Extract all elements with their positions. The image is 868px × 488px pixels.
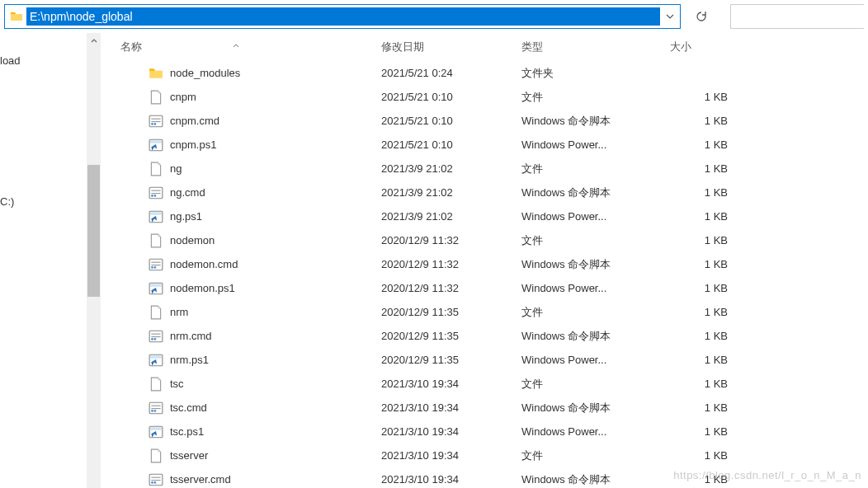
svg-rect-1: [151, 118, 160, 119]
file-date: 2020/12/9 11:32: [381, 282, 521, 294]
file-date: 2020/12/9 11:32: [381, 258, 521, 270]
file-type: Windows 命令脚本: [521, 472, 670, 487]
file-row[interactable]: nodemon.ps12020/12/9 11:32Windows Power.…: [117, 276, 868, 300]
sidebar-item[interactable]: [0, 82, 101, 92]
file-date: 2021/3/10 19:34: [381, 473, 521, 486]
file-date: 2021/3/9 21:02: [381, 186, 521, 199]
svg-rect-34: [150, 427, 162, 429]
header-name-label: 名称: [120, 40, 142, 53]
file-size: 1 KB: [670, 258, 744, 270]
file-row[interactable]: tsc2021/3/10 19:34文件1 KB: [117, 372, 868, 396]
file-date: 2021/3/10 19:34: [381, 449, 521, 462]
ps1-icon: [149, 425, 163, 439]
svg-rect-2: [151, 121, 160, 122]
file-name: tsc.ps1: [170, 425, 204, 438]
address-path[interactable]: E:\npm\node_global: [26, 7, 660, 26]
sidebar-item[interactable]: [0, 141, 101, 151]
sidebar-item[interactable]: [0, 161, 101, 171]
file-name: cnpm: [170, 91, 196, 103]
file-size: 1 KB: [670, 282, 744, 294]
sidebar-item[interactable]: [0, 151, 101, 161]
svg-rect-16: [151, 265, 160, 265]
file-type: 文件: [521, 233, 670, 248]
file-row[interactable]: nodemon2020/12/9 11:32文件1 KB: [117, 228, 868, 252]
file-row[interactable]: cnpm2021/5/21 0:10文件1 KB: [117, 85, 868, 109]
file-row[interactable]: nrm2020/12/9 11:35文件1 KB: [117, 300, 868, 324]
svg-rect-13: [150, 212, 162, 214]
file-name: nodemon.ps1: [170, 282, 235, 294]
file-row[interactable]: nodemon.cmd2020/12/9 11:32Windows 命令脚本1 …: [117, 252, 868, 276]
file-type: Windows Power...: [521, 425, 670, 438]
file-row[interactable]: cnpm.ps12021/5/21 0:10Windows Power...1 …: [117, 133, 868, 157]
sidebar-item[interactable]: [0, 101, 101, 111]
sidebar-item[interactable]: [0, 121, 101, 131]
sidebar-item[interactable]: [0, 181, 101, 190]
svg-point-39: [154, 481, 157, 484]
file-name: nrm.ps1: [170, 354, 209, 366]
ps1-icon: [149, 138, 163, 152]
sidebar: loadC:): [0, 33, 101, 488]
scroll-up-icon[interactable]: [87, 33, 101, 47]
file-size: 1 KB: [670, 186, 744, 199]
file-row[interactable]: tsserver2021/3/10 19:34文件1 KB: [117, 443, 868, 467]
file-size: 1 KB: [670, 378, 744, 390]
file-date: 2020/12/9 11:35: [381, 354, 521, 366]
sort-indicator-icon: [233, 41, 239, 50]
file-type: Windows 命令脚本: [521, 401, 670, 415]
file-name: ng.cmd: [170, 186, 205, 199]
column-headers: 名称 修改日期 类型 大小: [117, 33, 868, 61]
scrollbar-thumb[interactable]: [87, 165, 100, 297]
file-row[interactable]: ng2021/3/9 21:02文件1 KB: [117, 157, 868, 181]
sidebar-item[interactable]: [0, 111, 101, 121]
sidebar-item[interactable]: [0, 131, 101, 141]
file-size: 1 KB: [670, 138, 744, 151]
file-type: Windows 命令脚本: [521, 185, 670, 200]
svg-rect-30: [151, 408, 160, 409]
file-name: tsserver: [170, 449, 208, 462]
svg-point-25: [154, 338, 157, 340]
header-size[interactable]: 大小: [670, 40, 744, 54]
file-row[interactable]: ng.ps12021/3/9 21:02Windows Power...1 KB: [117, 204, 868, 228]
svg-point-38: [151, 481, 153, 484]
sidebar-item[interactable]: [0, 72, 101, 82]
file-date: 2021/3/9 21:02: [381, 210, 521, 223]
svg-point-3: [151, 123, 153, 125]
file-date: 2021/5/21 0:10: [381, 115, 521, 127]
svg-rect-29: [151, 405, 160, 406]
file-row[interactable]: nrm.ps12020/12/9 11:35Windows Power...1 …: [117, 348, 868, 372]
top-bar: E:\npm\node_global: [0, 0, 868, 33]
file-date: 2020/12/9 11:35: [381, 306, 521, 318]
file-icon: [149, 90, 163, 105]
file-date: 2021/5/21 0:10: [381, 138, 521, 151]
file-row[interactable]: ng.cmd2021/3/9 21:02Windows 命令脚本1 KB: [117, 181, 868, 204]
sidebar-item[interactable]: [0, 92, 101, 101]
main-area: loadC:) 名称 修改日期 类型 大小 node_modules2021/5…: [0, 33, 868, 488]
file-name: tsserver.cmd: [170, 473, 231, 486]
file-row[interactable]: tsc.ps12021/3/10 19:34Windows Power...1 …: [117, 420, 868, 443]
file-row[interactable]: cnpm.cmd2021/5/21 0:10Windows 命令脚本1 KB: [117, 109, 868, 133]
folder-icon: [149, 66, 163, 81]
file-date: 2021/3/9 21:02: [381, 162, 521, 175]
svg-point-17: [151, 266, 153, 269]
search-box[interactable]: [730, 4, 864, 29]
sidebar-scrollbar[interactable]: [87, 33, 101, 488]
address-bar[interactable]: E:\npm\node_global: [4, 4, 681, 29]
refresh-button[interactable]: [689, 4, 714, 29]
sidebar-item[interactable]: C:): [0, 190, 101, 213]
cmd-icon: [149, 257, 163, 272]
file-type: Windows Power...: [521, 354, 670, 366]
file-type: Windows 命令脚本: [521, 257, 670, 272]
file-row[interactable]: node_modules2021/5/21 0:24文件夹: [117, 61, 868, 85]
file-row[interactable]: tsc.cmd2021/3/10 19:34Windows 命令脚本1 KB: [117, 396, 868, 420]
file-type: Windows 命令脚本: [521, 114, 670, 129]
sidebar-item[interactable]: load: [0, 49, 101, 72]
header-date[interactable]: 修改日期: [381, 40, 521, 54]
header-name[interactable]: 名称: [117, 40, 381, 54]
file-type: Windows Power...: [521, 282, 670, 294]
svg-rect-37: [151, 480, 160, 481]
file-row[interactable]: nrm.cmd2020/12/9 11:35Windows 命令脚本1 KB: [117, 324, 868, 348]
sidebar-item[interactable]: [0, 171, 101, 181]
address-dropdown[interactable]: [660, 5, 680, 28]
header-type[interactable]: 类型: [521, 40, 670, 54]
svg-rect-9: [151, 193, 160, 194]
